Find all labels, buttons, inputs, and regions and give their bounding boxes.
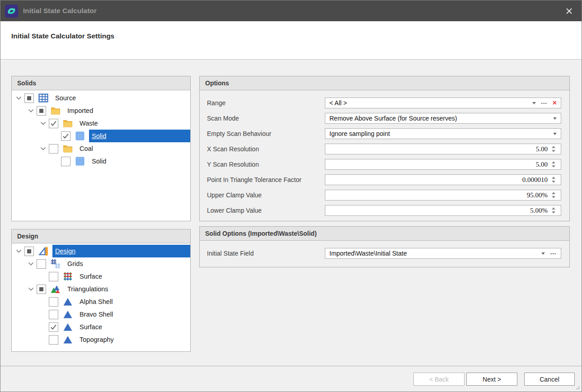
tree-item-imported[interactable]: Imported [12,104,190,117]
folder-icon [51,106,61,116]
dropdown-arrow-icon[interactable] [553,133,557,135]
close-button[interactable] [556,0,582,21]
chevron-down-icon[interactable] [16,249,24,253]
option-row-upper-clamp-value: Upper Clamp Value95.00% [207,190,561,201]
checkbox-grids[interactable] [37,259,46,269]
x-scan-resolution-spin-field[interactable]: 5.00 [325,144,561,154]
upper-clamp-value-spin-field[interactable]: 95.00% [325,190,561,201]
checkbox-waste[interactable] [49,119,58,128]
field-value[interactable]: Remove Above Surface (for Source reserve… [329,115,548,122]
tree-item-bravo-shell[interactable]: Bravo Shell [12,308,190,321]
tree-item-solid[interactable]: Solid [12,155,190,168]
spin-up-button[interactable] [552,161,555,163]
checkbox-design[interactable] [24,247,34,256]
dropdown-arrow-icon[interactable] [532,102,536,104]
field-value[interactable]: 5.00 [329,145,550,153]
spin-down-button[interactable] [552,165,555,168]
point-in-triangle-tolerance-factor-spin-field[interactable]: 0.000010 [325,174,561,185]
chevron-down-icon[interactable] [28,262,37,266]
chevron-down-icon[interactable] [16,96,24,100]
tree-item-label[interactable]: Grids [65,257,190,270]
tree-item-label[interactable]: Surface [77,270,190,283]
ellipsis-button[interactable]: … [550,250,557,254]
tree-item-label[interactable]: Solid [89,155,190,168]
tree-item-surface[interactable]: Surface [12,270,190,283]
empty-scan-behaviour-combobox[interactable]: Ignore sampling point [325,128,561,139]
table-icon [38,93,48,103]
tree-item-alpha-shell[interactable]: Alpha Shell [12,295,190,308]
tree-item-label[interactable]: Coal [77,142,190,155]
chevron-down-icon[interactable] [40,121,49,126]
tree-item-solid[interactable]: Solid [12,130,190,142]
field-value[interactable]: 5.00 [329,161,550,168]
tree-item-label[interactable]: Imported [65,104,190,117]
y-scan-resolution-spin-field[interactable]: 5.00 [325,159,561,170]
spin-down-button[interactable] [552,196,555,198]
option-row-empty-scan-behaviour: Empty Scan BehaviourIgnore sampling poin… [207,128,561,139]
tree-item-label[interactable]: Design [52,245,190,257]
checkbox-triangulations[interactable] [37,285,46,294]
back-button[interactable]: < Back [413,373,465,386]
initial-state-field-combobox[interactable]: Imported\Waste\Initial State… [325,248,561,259]
spinner-control [550,177,557,183]
spinner-control [550,192,557,198]
tree-item-coal[interactable]: Coal [12,142,190,155]
tree-item-grids[interactable]: Grids [12,257,190,270]
tree-item-label[interactable]: Bravo Shell [77,308,190,321]
tree-item-label[interactable]: Solid [89,130,190,142]
dropdown-arrow-icon[interactable] [541,252,545,255]
scan-mode-combobox[interactable]: Remove Above Surface (for Source reserve… [325,113,561,124]
checkbox-alpha-shell[interactable] [49,297,58,307]
clear-button[interactable]: × [553,99,557,107]
field-value[interactable]: < All > [329,99,527,107]
grids-icon [51,259,61,269]
ellipsis-button[interactable]: … [541,99,548,104]
option-row-initial-state-field: Initial State FieldImported\Waste\Initia… [207,248,561,259]
spin-down-button[interactable] [552,181,555,183]
field-value[interactable]: Imported\Waste\Initial State [329,250,536,257]
spin-down-button[interactable] [552,211,555,214]
field-value[interactable]: 95.00% [329,191,550,199]
next-button[interactable]: Next > [466,373,517,386]
tree-item-label[interactable]: Topography [77,333,190,346]
tree-item-design[interactable]: Design [12,245,190,257]
field-value[interactable]: 0.000010 [329,176,550,184]
checkbox-surface[interactable] [49,272,58,281]
tree-item-waste[interactable]: Waste [12,117,190,130]
cancel-button[interactable]: Cancel [524,373,575,386]
field-value[interactable]: 5.00% [329,207,550,215]
checkbox-solid[interactable] [61,157,70,166]
window-title: Initial State Calculator [23,7,97,15]
spin-up-button[interactable] [552,146,555,148]
chevron-down-icon[interactable] [40,147,49,151]
chevron-down-icon[interactable] [28,109,37,113]
lower-clamp-value-spin-field[interactable]: 5.00% [325,205,561,216]
checkbox-topography[interactable] [49,335,58,345]
chevron-down-icon[interactable] [28,287,37,291]
checkbox-imported[interactable] [37,106,46,116]
tree-item-label[interactable]: Surface [77,321,190,333]
spin-up-button[interactable] [552,177,555,179]
tree-item-topography[interactable]: Topography [12,333,190,346]
checkbox-solid[interactable] [61,131,70,141]
checkbox-coal[interactable] [49,144,58,154]
tree-item-label[interactable]: Waste [77,117,190,130]
spin-up-button[interactable] [552,192,555,194]
tree-item-label[interactable]: Source [52,92,190,104]
spin-down-button[interactable] [552,150,555,152]
field-label-range: Range [207,99,325,107]
triangulations-icon [51,284,61,294]
checkbox-bravo-shell[interactable] [49,310,58,319]
resize-grip[interactable] [578,388,579,389]
field-value[interactable]: Ignore sampling point [329,130,548,137]
tree-item-label[interactable]: Alpha Shell [77,295,190,308]
tree-item-source[interactable]: Source [12,92,190,104]
tree-item-surface[interactable]: Surface [12,321,190,333]
checkbox-source[interactable] [24,93,34,103]
spin-up-button[interactable] [552,207,555,210]
tree-item-label[interactable]: Triangulations [65,283,190,295]
tree-item-triangulations[interactable]: Triangulations [12,283,190,295]
checkbox-surface[interactable] [49,322,58,332]
dropdown-arrow-icon[interactable] [553,117,557,120]
range-combobox[interactable]: < All >…× [325,98,561,108]
